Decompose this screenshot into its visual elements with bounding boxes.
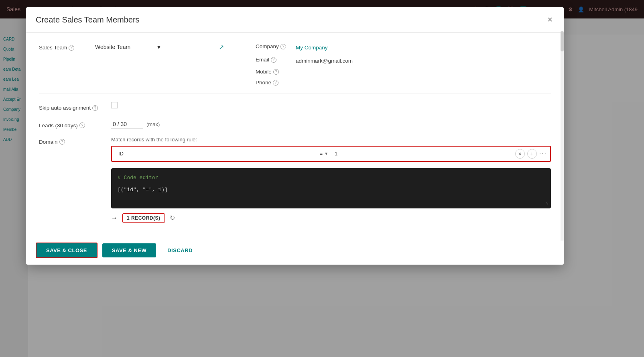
leads-help-icon[interactable]: ?	[79, 122, 85, 128]
domain-more-button[interactable]: ···	[539, 150, 547, 157]
records-arrow-icon: →	[111, 214, 118, 222]
save-new-button[interactable]: SAVE & NEW	[102, 243, 156, 257]
domain-operator[interactable]: = ▼	[317, 149, 332, 158]
form-separator	[39, 94, 551, 94]
modal-close-button[interactable]: ×	[546, 14, 554, 26]
scrollbar-thumb	[561, 31, 564, 51]
create-sales-team-modal: Create Sales Team Members × Sales Team ?…	[26, 7, 564, 265]
domain-value[interactable]: 1	[331, 149, 515, 158]
resize-handle[interactable]: ↘	[546, 200, 549, 206]
form-left-sales-team: Sales Team ? Website Team ▼ ↗	[39, 42, 240, 52]
domain-clear-button[interactable]: ×	[515, 149, 525, 159]
company-value[interactable]: My Company	[296, 42, 328, 51]
code-comment: # Code editor	[118, 175, 544, 181]
select-arrow-icon: ▼	[156, 44, 214, 50]
phone-label: Phone ?	[256, 80, 296, 86]
operator-arrow-icon: ▼	[324, 151, 328, 156]
mobile-row: Mobile ?	[256, 69, 551, 75]
phone-help-icon[interactable]: ?	[273, 80, 278, 86]
form-row-sales-team: Sales Team ? Website Team ▼ ↗ Company ?	[39, 42, 551, 86]
skip-checkbox[interactable]	[111, 102, 118, 108]
skip-assignment-row: Skip auto assignment ?	[39, 102, 551, 112]
modal-header: Create Sales Team Members ×	[26, 7, 564, 33]
save-close-button[interactable]: SAVE & CLOSE	[36, 243, 98, 258]
records-row: → 1 RECORD(S) ↻	[111, 213, 551, 223]
mobile-label: Mobile ?	[256, 69, 296, 75]
domain-content: Match records with the following rule: I…	[111, 137, 551, 223]
company-label: Company ?	[256, 43, 296, 49]
sales-team-label: Sales Team ?	[39, 42, 95, 51]
skip-help-icon[interactable]: ?	[92, 105, 98, 111]
records-badge[interactable]: 1 RECORD(S)	[122, 213, 165, 223]
email-row: Email ? adminmark@gmail.com	[256, 55, 551, 64]
form-right-contact: Company ? My Company Email ? adminmark@g…	[256, 42, 551, 86]
leads-input-wrapper: (max)	[111, 120, 160, 129]
leads-label: Leads (30 days) ?	[39, 120, 111, 129]
leads-max-label: (max)	[146, 121, 160, 127]
company-row: Company ? My Company	[256, 42, 551, 51]
domain-help-icon[interactable]: ?	[59, 139, 65, 145]
leads-row: Leads (30 days) ? (max)	[39, 120, 551, 129]
modal-title: Create Sales Team Members	[36, 15, 140, 24]
domain-match-text: Match records with the following rule:	[111, 137, 551, 143]
mobile-help-icon[interactable]: ?	[273, 69, 279, 75]
code-content: [("id", "=", 1)]	[118, 187, 544, 193]
sales-team-select-wrapper: Website Team ▼ ↗	[95, 42, 224, 52]
skip-checkbox-wrapper	[111, 102, 118, 108]
email-value: adminmark@gmail.com	[296, 55, 353, 64]
skip-assignment-label: Skip auto assignment ?	[39, 102, 111, 112]
code-editor[interactable]: # Code editor [("id", "=", 1)] ↘	[111, 168, 551, 208]
sales-team-select[interactable]: Website Team ▼	[95, 42, 215, 52]
leads-input[interactable]	[111, 120, 143, 129]
domain-add-button[interactable]: +	[527, 149, 537, 159]
modal-body: Sales Team ? Website Team ▼ ↗ Company ?	[26, 33, 564, 236]
records-refresh-button[interactable]: ↻	[170, 214, 175, 222]
modal-scrollbar[interactable]	[561, 31, 564, 241]
external-link-icon[interactable]: ↗	[219, 43, 224, 51]
domain-actions: × + ···	[515, 149, 547, 159]
modal-footer: SAVE & CLOSE SAVE & NEW DISCARD	[26, 236, 564, 265]
domain-field-name[interactable]: ID	[115, 149, 139, 158]
email-label: Email ?	[256, 57, 296, 63]
domain-rule-row: ID = ▼ 1 × + ···	[111, 146, 551, 162]
email-help-icon[interactable]: ?	[271, 57, 276, 63]
domain-label: Domain ?	[39, 137, 111, 145]
domain-row: Domain ? Match records with the followin…	[39, 137, 551, 223]
sales-team-help-icon[interactable]: ?	[69, 45, 74, 51]
phone-row: Phone ?	[256, 80, 551, 86]
discard-button[interactable]: DISCARD	[161, 243, 199, 257]
company-help-icon[interactable]: ?	[280, 44, 286, 49]
